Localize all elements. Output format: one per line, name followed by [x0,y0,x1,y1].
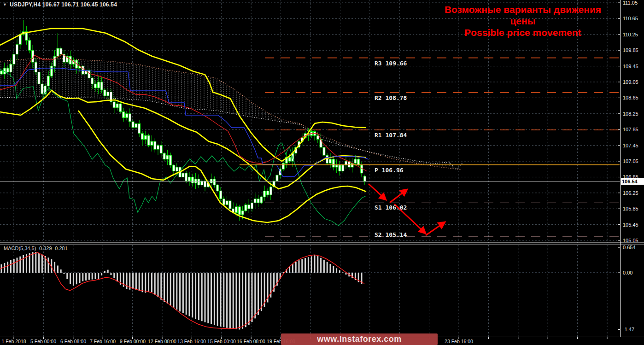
pivot-label-s1: S1 106.02 [375,204,407,211]
price-axis-label: 105.45 [623,222,638,228]
price-axis-label: 109.85 [623,47,638,53]
pivot-label-r2: R2 108.78 [375,94,407,101]
date-axis-label: 1 Feb 2018 [1,339,26,344]
indicator-label: MACD(5,34,5) -0.329 -0.281 [4,246,68,251]
annotation-line-ru: Возможные варианты движения цены [433,4,613,27]
macd-axis-top: 0.654 [623,245,636,250]
date-axis-label: 9 Feb 00:00 [120,339,146,344]
price-axis-label: 109.05 [623,79,638,85]
symbol-ohlc-text: USDJPY,H4 106.67 106.71 106.45 106.54 [10,1,117,8]
date-axis-label: 5 Feb 00:00 [30,339,56,344]
annotation-line-en: Possible price movement [433,27,613,38]
price-axis-label: 106.25 [623,190,638,196]
symbol-ohlc-label: ▼ USDJPY,H4 106.67 106.71 106.45 106.54 [3,1,117,8]
pivot-label-r1: R1 107.84 [375,132,407,139]
symbol-dropdown-icon[interactable]: ▼ [3,2,7,7]
price-axis-label: 108.25 [623,111,638,117]
watermark: www.instaforex.com [281,333,438,345]
chart-canvas[interactable] [0,0,644,345]
price-axis-label: 107.85 [623,127,638,132]
price-axis-label: 107.05 [623,158,638,164]
pivot-label-p: P 106.96 [375,167,404,174]
date-axis-label: 13 Feb 16:00 [177,339,206,344]
price-axis-label: 110.25 [623,32,638,37]
macd-axis-zero: 0.00 [623,270,632,275]
price-axis-label: 108.65 [623,95,638,100]
pivot-label-r3: R3 109.66 [375,60,407,67]
date-axis-label: 16 Feb 08:00 [237,339,265,344]
date-axis-label: 6 Feb 08:00 [60,339,86,344]
current-price-box: 106.54 [621,178,644,185]
date-axis-label: 23 Feb 16:00 [445,339,473,344]
price-axis-label: 110.65 [623,16,638,21]
indicator-name: MACD(5,34,5) [4,246,36,251]
price-axis-label: 109.45 [623,64,638,69]
date-axis-label: 12 Feb 08:00 [148,339,176,344]
date-axis-label: 7 Feb 16:00 [90,339,116,344]
annotation-text: Возможные варианты движения цены Possibl… [433,4,613,38]
macd-axis-bottom: -1.47 [623,327,634,332]
chart-window: ▼ USDJPY,H4 106.67 106.71 106.45 106.54 … [0,0,644,345]
indicator-main-value: -0.329 [37,246,52,251]
price-axis-label: 105.05 [623,238,638,243]
price-axis-label: 105.85 [623,206,638,211]
price-axis-label: 111.05 [623,0,638,6]
date-axis-label: 15 Feb 00:00 [207,339,236,344]
price-axis-label: 107.45 [623,143,638,148]
pivot-label-s2: S2 105.14 [375,231,407,238]
indicator-signal-value: -0.281 [53,246,68,251]
